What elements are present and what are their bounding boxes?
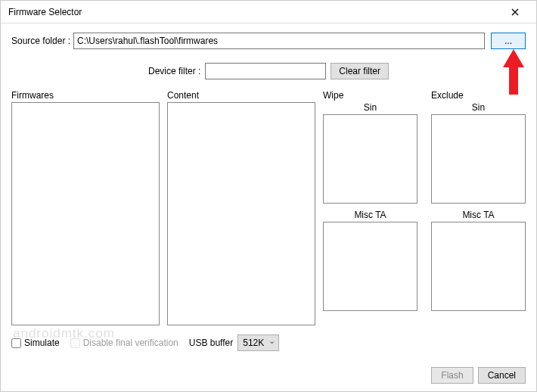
action-row: Flash Cancel [431, 367, 526, 384]
firmwares-column: Firmwares [11, 90, 160, 325]
right-area: Wipe Sin Misc TA Exclude Sin Misc TA [323, 90, 526, 325]
source-folder-input[interactable] [73, 33, 485, 49]
flash-button[interactable]: Flash [431, 367, 473, 384]
cancel-button[interactable]: Cancel [478, 367, 526, 384]
window-title: Firmware Selector [8, 7, 82, 17]
wipe-miscta-label: Misc TA [323, 210, 417, 220]
dialog-content: Source folder : ... Device filter : Clea… [1, 23, 536, 360]
panels-area: Firmwares Content Wipe Sin Misc TA Exclu… [11, 90, 526, 325]
firmwares-label: Firmwares [11, 90, 160, 101]
titlebar: Firmware Selector [1, 1, 536, 23]
source-folder-row: Source folder : ... [11, 33, 526, 49]
wipe-column: Wipe Sin Misc TA [323, 90, 417, 325]
close-icon [511, 8, 519, 16]
clear-filter-button[interactable]: Clear filter [331, 63, 389, 79]
wipe-sin-listbox[interactable] [323, 114, 417, 204]
exclude-sin-label: Sin [431, 102, 526, 113]
wipe-sin-label: Sin [323, 102, 417, 113]
exclude-column: Exclude Sin Misc TA [431, 90, 526, 325]
device-filter-input[interactable] [205, 63, 326, 79]
usb-buffer-label: USB buffer [189, 338, 233, 348]
device-filter-label: Device filter : [148, 66, 200, 76]
usb-buffer-group: USB buffer 512K [189, 334, 279, 351]
content-column: Content [167, 90, 315, 325]
browse-button[interactable]: ... [491, 33, 526, 49]
close-button[interactable] [500, 2, 530, 23]
wipe-miscta-listbox[interactable] [323, 222, 417, 311]
exclude-label: Exclude [431, 90, 526, 101]
usb-buffer-select[interactable]: 512K [237, 334, 279, 351]
watermark: androidmtk.com [13, 326, 115, 341]
content-label: Content [167, 90, 315, 101]
device-filter-row: Device filter : Clear filter [11, 63, 526, 79]
content-listbox[interactable] [167, 102, 315, 325]
wipe-label: Wipe [323, 90, 417, 101]
exclude-sin-listbox[interactable] [431, 114, 526, 204]
source-folder-label: Source folder : [11, 36, 73, 46]
firmwares-listbox[interactable] [11, 102, 160, 325]
exclude-miscta-listbox[interactable] [431, 222, 526, 311]
exclude-miscta-label: Misc TA [431, 210, 526, 220]
